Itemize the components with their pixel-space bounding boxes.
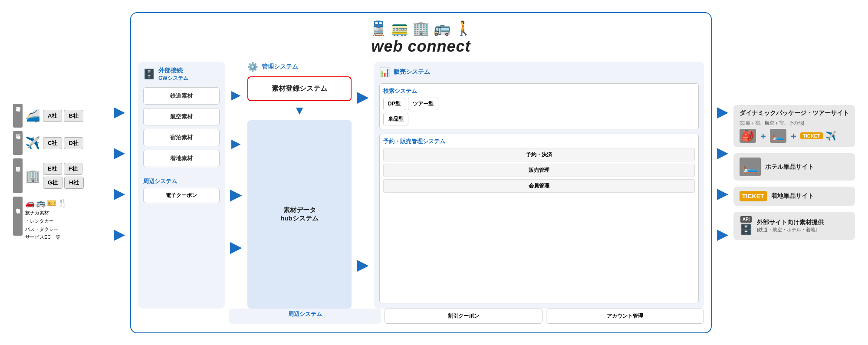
sites-section: ダイナミックパッケージ・ツアーサイト [鉄道＋宿、航空＋宿、その他] 🎒 ＋ 🛏…	[733, 105, 855, 240]
peripheral-section: 周辺システム 電子クーポン	[143, 177, 220, 203]
inner-columns: 🗄️ 外部接続 GWシステム 鉄道素材 航空素材 宿泊素材 着地素材 周辺システ…	[138, 62, 704, 309]
ticket-icon: 🎫	[47, 198, 56, 208]
supplier-row-hotel: 宿泊 🏢 E社 F社 G社 H社	[13, 158, 108, 193]
arrow-ms-1: ▶	[357, 88, 369, 106]
api-site-subtitle: [鉄道・航空・ホテル・着地]	[757, 227, 824, 233]
peripheral-coupon-w: 割引クーポン	[385, 309, 542, 324]
company-h: H社	[64, 177, 83, 189]
right-arrows: ▶ ▶ ▶ ▶	[717, 104, 728, 241]
material-air: 航空素材	[143, 108, 220, 125]
local-icons: 🚗 🚌 🎫 🍴	[25, 198, 67, 208]
supplier-label-hotel: 宿泊	[13, 158, 23, 193]
db-icon: 🗄️	[143, 69, 155, 80]
peripheral-label: 周辺システム	[229, 309, 381, 324]
car-icon: 🚗	[25, 198, 35, 208]
arrow-gw-1: ▶	[231, 88, 241, 102]
main-container: 鉄道 🚄 A社 B社 航空 ✈️ C社 D社	[9, 6, 859, 340]
company-c: C社	[43, 137, 62, 149]
mgmt-header: ⚙️ 管理システム	[247, 62, 352, 72]
arrow-gw-2: ▶	[231, 136, 241, 151]
site-dynamic: ダイナミックパッケージ・ツアーサイト [鉄道＋宿、航空＋宿、その他] 🎒 ＋ 🛏…	[733, 105, 855, 147]
bus-icon: 🚌	[36, 198, 46, 208]
material-register-box: 素材登録システム	[247, 76, 352, 101]
arrow-rail: ▶	[114, 104, 125, 119]
peripheral-items: 周辺システム 割引クーポン アカウント管理	[229, 309, 704, 324]
web-connect-icon-row: 🚆 🚃 🏢 🚌 🚶	[138, 20, 704, 36]
supplier-row-air: 航空 ✈️ C社 D社	[13, 131, 108, 155]
booking-title: 予約・販売管理システム	[383, 138, 695, 145]
web-connect-box: 🚆 🚃 🏢 🚌 🚶 web connect 🗄️ 外部接続 GWシステム 鉄道素…	[130, 12, 712, 333]
ticket-label: TICKET	[800, 132, 823, 139]
peripheral-bottom-row: 周辺システム 割引クーポン アカウント管理	[138, 309, 704, 325]
peripheral-title: 周辺システム	[143, 177, 220, 185]
plus-icon-2: ＋	[789, 130, 798, 142]
hotel-site-title: ホテル単品サイト	[765, 163, 814, 171]
hub-system-box: 素材データ hubシステム	[247, 120, 352, 309]
db-icon-api: 🗄️	[740, 223, 753, 236]
mgmt-column: ⚙️ 管理システム 素材登録システム ▼ 素材データ hubシステム	[247, 62, 352, 309]
search-dp: DP型	[383, 98, 405, 110]
hotel-companies: E社 F社 G社 H社	[43, 163, 84, 189]
bed-icon-dynamic: 🛏️	[770, 129, 786, 143]
company-e: E社	[43, 163, 62, 175]
arrow-ms-2: ▶	[357, 256, 369, 274]
gw-to-mgmt-arrows: ▶ ▶ ▶ ▶	[230, 62, 242, 309]
down-arrow: ▼	[247, 104, 352, 118]
peripheral-boxes: 電子クーポン	[143, 188, 220, 203]
company-a: A社	[43, 110, 62, 122]
material-rail: 鉄道素材	[143, 87, 220, 105]
backpack-icon: 🎒	[740, 129, 756, 143]
gw-header: 🗄️ 外部接続 GWシステム	[143, 67, 220, 82]
hotel-icon: 🏢	[25, 169, 40, 183]
api-label: API	[740, 216, 752, 223]
gw-title-jp: 外部接続	[158, 67, 188, 75]
search-single: 単品型	[383, 113, 408, 125]
sales-title: 販売システム	[394, 68, 430, 76]
mgmt-to-sales-arrows: ▶ ▶	[357, 62, 369, 309]
search-tour: ツアー型	[408, 98, 438, 110]
food-icon: 🍴	[58, 198, 67, 208]
company-d: D社	[64, 137, 83, 149]
booking-member: 会員管理	[383, 179, 695, 193]
search-system: 検索システム DP型 ツアー型 単品型	[379, 83, 699, 129]
arrow-site-3: ▶	[717, 186, 728, 200]
sales-header: 📊 販売システム	[379, 67, 699, 77]
site-hotel: 🛏️ ホテル単品サイト	[733, 153, 855, 181]
company-f: F社	[64, 163, 82, 175]
api-site-title: 外部サイト向け素材提供	[757, 219, 824, 227]
search-title: 検索システム	[383, 87, 695, 95]
web-connect-header: 🚆 🚃 🏢 🚌 🚶 web connect	[138, 20, 704, 56]
plane-icon-dynamic: ✈️	[825, 131, 836, 141]
booking-system: 予約・販売管理システム 予約・決済 販売管理 会員管理	[379, 134, 699, 303]
local-site-title: 着地単品サイト	[771, 192, 814, 200]
gear-icon: ⚙️	[247, 62, 258, 72]
calculator-icon: 📊	[379, 67, 390, 77]
arrow-site-1: ▶	[717, 104, 728, 119]
ticket-icon-site: TICKET	[740, 191, 767, 201]
material-hotel: 宿泊素材	[143, 129, 220, 146]
supplier-label-rail: 鉄道	[13, 104, 23, 128]
arrow-local: ▶	[114, 227, 125, 241]
supplier-row-rail: 鉄道 🚄 A社 B社	[13, 104, 108, 128]
gw-column: 🗄️ 外部接続 GWシステム 鉄道素材 航空素材 宿泊素材 着地素材 周辺システ…	[138, 62, 225, 309]
arrow-gw-4: ▶	[230, 238, 242, 256]
misc-text: 旅ナカ素材 ・レンタカー バス・タクシー サービスEC 等	[25, 209, 60, 241]
rail-companies: A社 B社	[43, 110, 83, 122]
site-api: API 🗄️ 外部サイト向け素材提供 [鉄道・航空・ホテル・着地]	[733, 212, 855, 240]
dynamic-icons-row: 🎒 ＋ 🛏️ ＋ TICKET ✈️	[740, 129, 836, 143]
peripheral-account: アカウント管理	[546, 309, 704, 324]
dynamic-subtitle: [鉄道＋宿、航空＋宿、その他]	[740, 120, 804, 126]
arrow-site-4: ▶	[717, 227, 728, 241]
arrow-hotel: ▶	[114, 186, 125, 200]
plane-icon: ✈️	[25, 136, 40, 150]
sales-column: 📊 販売システム 検索システム DP型 ツアー型 単品型 予約・販	[374, 62, 704, 309]
peripheral-coupon-e: 電子クーポン	[143, 188, 220, 203]
supplier-label-air: 航空	[13, 131, 23, 155]
web-connect-title: web connect	[138, 37, 704, 56]
train-icon: 🚄	[25, 108, 40, 123]
dynamic-title: ダイナミックパッケージ・ツアーサイト	[740, 109, 849, 117]
suppliers-section: 鉄道 🚄 A社 B社 航空 ✈️ C社 D社	[13, 104, 108, 241]
site-local: TICKET 着地単品サイト	[733, 187, 855, 206]
booking-sales: 販売管理	[383, 164, 695, 177]
material-local: 着地素材	[143, 150, 220, 167]
